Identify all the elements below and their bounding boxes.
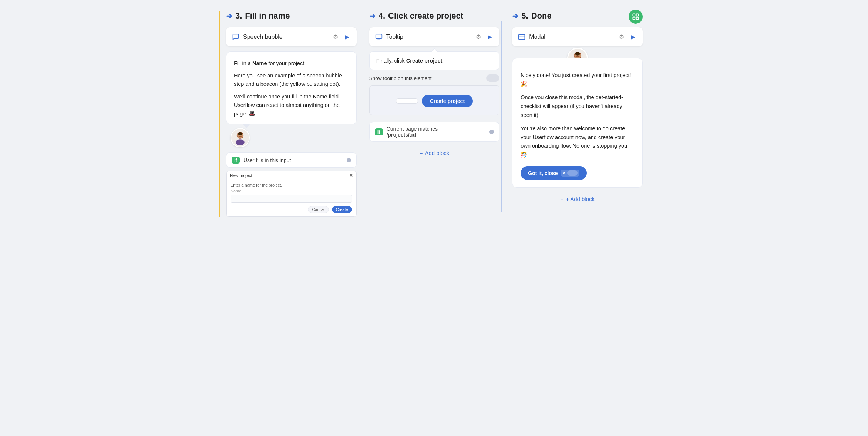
- avatar-col1: [231, 128, 250, 147]
- modal-gear-btn[interactable]: ⚙: [618, 33, 626, 41]
- tooltip-label: Tooltip: [386, 34, 471, 40]
- svg-rect-7: [636, 14, 639, 16]
- bubble-para-3: We'll continue once you fill in the Name…: [234, 93, 349, 118]
- svg-rect-10: [519, 34, 525, 39]
- modal-card-wrapper: Nicely done! You just created your first…: [512, 58, 643, 188]
- step-4-header: ➜ 4. Click create project: [369, 11, 500, 21]
- svg-rect-9: [636, 17, 639, 20]
- mini-modal-actions: Cancel Create: [231, 206, 352, 213]
- add-block-col3[interactable]: + + Add block: [512, 196, 643, 202]
- step-5-number: 5.: [521, 11, 528, 21]
- step-3-title-text: Fill in name: [245, 11, 290, 21]
- speech-bubble-actions: ⚙ ▶: [332, 33, 351, 41]
- column-step-3: ➜ 3. Fill in name Speech bubble ⚙ ▶ Fill…: [219, 11, 363, 217]
- element-input-preview: [396, 98, 418, 104]
- modal-play-btn[interactable]: ▶: [629, 33, 637, 41]
- mini-modal-desc: Enter a name for the project.: [231, 183, 352, 187]
- tooltip-toggle[interactable]: [486, 74, 499, 82]
- if-dot-col1: [347, 158, 351, 162]
- mini-modal-preview: New project ✕ Enter a name for the proje…: [226, 171, 357, 217]
- step-4-number: 4.: [379, 11, 385, 21]
- bubble-para-1: Fill in a Name for your project.: [234, 59, 349, 68]
- mini-modal-body: Enter a name for the project. Name Cance…: [226, 180, 356, 217]
- tooltip-gear-btn[interactable]: ⚙: [474, 33, 482, 41]
- column-step-4: ➜ 4. Click create project Tooltip ⚙ ▶ Fi…: [363, 11, 506, 217]
- speech-bubble-content: Fill in a Name for your project. Here yo…: [226, 51, 357, 124]
- top-right-grid-icon: [629, 10, 643, 24]
- mini-modal-name-input[interactable]: [231, 195, 352, 203]
- modal-body: Nicely done! You just created your first…: [521, 67, 634, 160]
- modal-para-1: Nicely done! You just created your first…: [521, 71, 634, 89]
- got-it-x-icon: ✕: [562, 171, 566, 175]
- add-block-label-col3: + Add block: [566, 196, 595, 202]
- create-project-btn[interactable]: Create project: [422, 95, 473, 107]
- if-text-col1: User fills in this input: [243, 157, 343, 163]
- speech-bubble-label: Speech bubble: [243, 34, 328, 40]
- mini-modal-title: New project: [230, 173, 252, 178]
- mini-modal-close: ✕: [349, 173, 353, 178]
- add-block-plus-col3: +: [560, 196, 563, 202]
- tooltip-icon: [375, 33, 383, 41]
- show-tooltip-row: Show tooltip on this element: [369, 74, 500, 82]
- show-tooltip-label: Show tooltip on this element: [369, 76, 432, 81]
- svg-rect-6: [633, 14, 635, 16]
- got-it-toggle: [567, 170, 578, 176]
- svg-point-4: [238, 132, 243, 135]
- if-block-col2: if Current page matches /projects/:id: [369, 122, 500, 142]
- modal-block: Modal ⚙ ▶: [512, 27, 643, 46]
- modal-actions: ⚙ ▶: [618, 33, 637, 41]
- got-it-label: Got it, close: [528, 170, 558, 176]
- step-3-header: ➜ 3. Fill in name: [226, 11, 357, 21]
- svg-rect-8: [633, 17, 635, 20]
- tooltip-actions: ⚙ ▶: [474, 33, 494, 41]
- got-it-btn[interactable]: Got it, close ✕: [521, 166, 587, 180]
- if-block-col1: if User fills in this input: [226, 152, 357, 168]
- element-preview: Create project: [369, 85, 500, 115]
- mini-cancel-btn[interactable]: Cancel: [308, 206, 329, 213]
- if-badge-col2: if: [375, 128, 383, 135]
- tooltip-text: Finally, click Create project.: [376, 58, 493, 64]
- modal-para-2: Once you close this modal, the get-start…: [521, 93, 634, 120]
- speech-bubble-block: Speech bubble ⚙ ▶: [226, 27, 357, 46]
- tooltip-play-btn[interactable]: ▶: [486, 33, 494, 41]
- speech-bubble-gear-btn[interactable]: ⚙: [332, 33, 340, 41]
- modal-label: Modal: [529, 34, 614, 40]
- if-text-col2: Current page matches /projects/:id: [387, 126, 486, 138]
- tooltip-block: Tooltip ⚙ ▶: [369, 27, 500, 46]
- step-5-title: Done: [531, 11, 552, 21]
- mini-create-btn[interactable]: Create: [332, 206, 352, 213]
- modal-icon: [518, 33, 525, 41]
- bubble-para-2: Here you see an example of a speech bubb…: [234, 71, 349, 88]
- speech-bubble-icon: [232, 33, 239, 41]
- add-block-col2[interactable]: + Add block: [369, 150, 500, 156]
- svg-point-15: [575, 52, 580, 55]
- step-5-header: ➜ 5. Done: [512, 11, 643, 21]
- speech-bubble-play-btn[interactable]: ▶: [343, 33, 351, 41]
- step-5-arrow: ➜: [512, 11, 518, 20]
- tooltip-pointer: [431, 48, 438, 52]
- add-block-label-col2: Add block: [425, 150, 449, 156]
- step-3-arrow: ➜: [226, 11, 232, 20]
- modal-para-3: You're also more than welcome to go crea…: [521, 124, 634, 160]
- step-4-arrow: ➜: [369, 11, 376, 20]
- if-dot-col2: [489, 130, 494, 134]
- step-4-title: Click create project: [388, 11, 463, 21]
- column-step-5: ➜ 5. Done Modal ⚙ ▶: [505, 11, 649, 217]
- modal-content-card: Nicely done! You just created your first…: [512, 58, 643, 188]
- svg-rect-5: [376, 34, 382, 38]
- mini-modal-input-label: Name: [231, 189, 352, 193]
- tooltip-preview: Finally, click Create project.: [369, 51, 500, 70]
- mini-modal-title-bar: New project ✕: [226, 171, 356, 180]
- got-it-icon-box: ✕: [561, 170, 579, 177]
- svg-point-1: [236, 139, 245, 145]
- add-block-plus-col2: +: [420, 150, 423, 156]
- if-badge-col1: if: [232, 157, 240, 164]
- step-3-title: 3.: [235, 11, 242, 21]
